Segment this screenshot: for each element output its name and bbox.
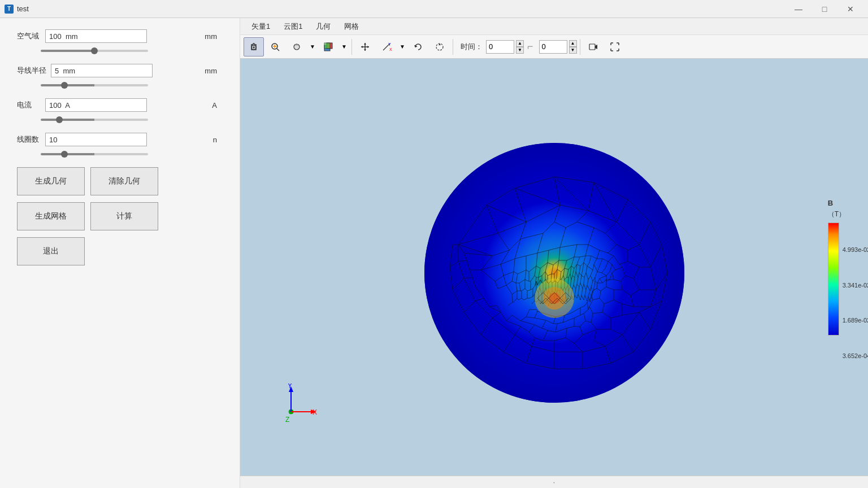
sep1	[351, 39, 352, 55]
menu-mesh[interactable]: 网格	[337, 18, 366, 35]
title-controls: — □ ✕	[785, 0, 863, 18]
title-bar-left: T test	[5, 5, 29, 14]
current-row: 电流 A	[17, 98, 223, 112]
menu-geometry[interactable]: 几何	[309, 18, 337, 35]
gen-mesh-button[interactable]: 生成网格	[17, 202, 85, 230]
time-label: 时间：	[461, 42, 483, 52]
spin-button[interactable]	[429, 37, 450, 56]
status-text: ·	[553, 478, 555, 486]
wire-radius-input[interactable]	[51, 64, 153, 77]
fullscreen-button[interactable]	[605, 37, 625, 56]
colorbar-subtitle: （T）	[828, 210, 845, 219]
wire-radius-row: 导线半径 mm	[17, 64, 223, 77]
right-panel: 矢量1 云图1 几何 网格	[240, 18, 868, 488]
maximize-button[interactable]: □	[811, 0, 837, 18]
wire-radius-unit: mm	[205, 67, 223, 75]
current-label: 电流	[17, 100, 41, 110]
svg-line-3	[277, 49, 279, 51]
paint-button[interactable]	[287, 37, 307, 56]
time-input[interactable]	[486, 40, 514, 54]
time-up2[interactable]: ▲	[569, 40, 577, 47]
colorbar-gradient	[828, 223, 839, 336]
window-title: test	[17, 5, 29, 13]
camera-button[interactable]	[244, 37, 264, 56]
viewport: Y X Z B （T） 4.993e-02 3.341e-02	[240, 59, 868, 476]
colorbar-min: 3.652e-04	[843, 352, 868, 359]
buttons-row-2: 生成网格 计算	[17, 202, 223, 230]
minimize-button[interactable]: —	[785, 0, 811, 18]
air-gap-unit: mm	[205, 32, 223, 41]
axis-dropdown[interactable]: ▼	[398, 37, 407, 56]
move-button[interactable]	[355, 37, 375, 56]
air-gap-input[interactable]	[45, 29, 147, 43]
rotate-icon	[413, 41, 424, 53]
zoom-button[interactable]	[265, 37, 285, 56]
toolbar: ▼ ▼	[240, 35, 868, 59]
svg-rect-14	[589, 44, 595, 50]
axis-icon: Y X	[381, 41, 392, 53]
wire-radius-param: 导线半径 mm	[17, 64, 223, 88]
turns-label: 线圈数	[17, 134, 41, 145]
air-gap-param: 空气域 mm	[17, 29, 223, 54]
time-up[interactable]: ▲	[516, 40, 524, 47]
time-arrows: ▲ ▼	[516, 40, 524, 54]
left-panel: 空气域 mm 导线半径 mm 电流 A	[0, 18, 240, 488]
step-icon: ⌐	[527, 41, 533, 53]
colorbar-labels: 4.993e-02 3.341e-02 1.689e-02 3.652e-04	[843, 246, 868, 359]
air-gap-label: 空气域	[17, 31, 41, 41]
current-slider[interactable]	[41, 119, 148, 121]
cube-button[interactable]	[318, 37, 338, 56]
menu-cloud[interactable]: 云图1	[277, 18, 309, 35]
cube-icon	[323, 41, 334, 53]
close-button[interactable]: ✕	[837, 0, 863, 18]
svg-text:Z: Z	[285, 416, 289, 424]
turns-param: 线圈数 n	[17, 133, 223, 157]
exit-button[interactable]: 退出	[17, 237, 85, 265]
axes-svg: Y X Z	[274, 384, 319, 429]
fullscreen-icon	[609, 41, 620, 53]
time-input2[interactable]	[539, 40, 567, 54]
video-button[interactable]	[583, 37, 604, 56]
wire-radius-label: 导线半径	[17, 66, 46, 76]
camera-icon	[248, 41, 259, 53]
turns-input[interactable]	[45, 133, 147, 146]
paint-dropdown[interactable]: ▼	[308, 37, 317, 56]
video-icon	[588, 41, 599, 53]
move-icon	[359, 41, 371, 53]
time-down2[interactable]: ▼	[569, 47, 577, 54]
cube-dropdown[interactable]: ▼	[340, 37, 349, 56]
rotate-button[interactable]	[408, 37, 428, 56]
svg-rect-9	[324, 43, 330, 49]
gen-geo-button[interactable]: 生成几何	[17, 167, 85, 195]
main-layout: 空气域 mm 导线半径 mm 电流 A	[0, 18, 868, 488]
air-gap-row: 空气域 mm	[17, 29, 223, 43]
svg-text:Y: Y	[388, 42, 391, 46]
wire-radius-slider[interactable]	[41, 84, 148, 86]
axis-button[interactable]: Y X	[376, 37, 397, 56]
time-down[interactable]: ▼	[516, 47, 524, 54]
menu-vector[interactable]: 矢量1	[245, 18, 277, 35]
clear-geo-button[interactable]: 清除几何	[90, 167, 158, 195]
status-bar: ·	[240, 476, 868, 488]
sep2	[453, 39, 453, 55]
colorbar: B （T） 4.993e-02 3.341e-02 1.689e-02 3.65…	[828, 199, 845, 336]
sep3	[580, 39, 580, 55]
colorbar-mid1: 3.341e-02	[843, 282, 868, 289]
current-input[interactable]	[45, 98, 147, 112]
viz-container	[413, 132, 696, 414]
svg-text:X: X	[389, 47, 392, 51]
paint-icon	[291, 41, 302, 53]
mesh-svg	[413, 132, 696, 414]
compute-button[interactable]: 计算	[90, 202, 158, 230]
current-unit: A	[212, 101, 223, 110]
svg-text:Y: Y	[288, 384, 292, 390]
time-arrows2: ▲ ▼	[569, 40, 577, 54]
menu-bar: 矢量1 云图1 几何 网格	[240, 18, 868, 35]
turns-slider[interactable]	[41, 153, 148, 155]
buttons-row-1: 生成几何 清除几何	[17, 167, 223, 195]
current-param: 电流 A	[17, 98, 223, 123]
air-gap-slider[interactable]	[41, 50, 148, 52]
app-icon: T	[5, 5, 14, 14]
turns-unit: n	[213, 136, 223, 144]
svg-text:X: X	[313, 408, 317, 416]
